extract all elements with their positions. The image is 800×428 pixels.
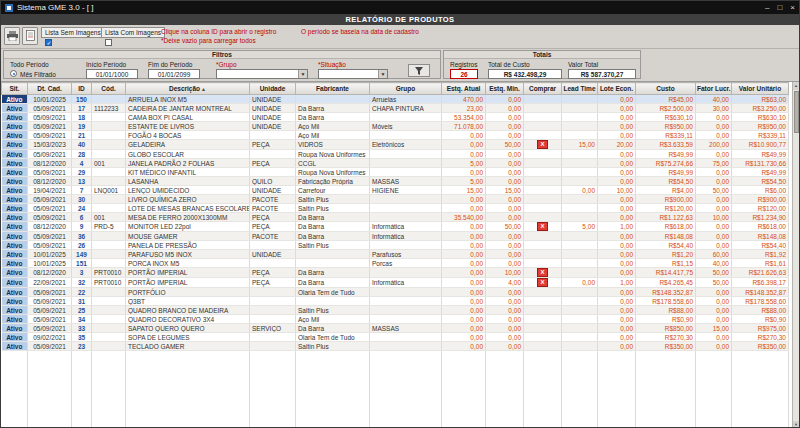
cell-lead-time — [562, 95, 598, 104]
sem-imagens-checkbox[interactable] — [45, 39, 52, 46]
vertical-scrollbar[interactable]: ▲ ▼ — [792, 82, 799, 428]
table-row[interactable]: Ativo05/09/2021171112233CADEIRA DE JANTA… — [2, 104, 789, 113]
column-header-lote-econ[interactable]: Lote Econ. — [598, 83, 636, 95]
cell-id[interactable]: 3 — [72, 268, 92, 278]
column-header-dt-cad[interactable]: Dt. Cad. — [28, 83, 72, 95]
grupo-select[interactable]: ▼ — [216, 69, 308, 79]
table-row[interactable]: Ativo05/09/202136MOUSE GAMERPACOTEDa Bar… — [2, 232, 789, 241]
inicio-periodo-field[interactable]: 01/01/1000 — [86, 69, 138, 79]
column-header-custo[interactable]: Custo — [636, 83, 696, 95]
cell-id[interactable]: 22 — [72, 288, 92, 297]
cell-id[interactable]: 6 — [72, 213, 92, 222]
table-row[interactable]: Ativo05/09/20216001MESA DE FERRO 2000X13… — [2, 213, 789, 222]
column-header-fator-lucr[interactable]: Fator Lucr. — [696, 83, 732, 95]
table-row[interactable]: Ativo08/12/202013LASANHAQUILOFabricação … — [2, 177, 789, 186]
close-button[interactable]: × — [790, 2, 795, 13]
table-row[interactable]: Ativo08/12/20209PRD-5MONITOR LED 22polPE… — [2, 222, 789, 232]
table-row[interactable]: Ativo19/04/20217LNQ001LENÇO UMIDECIDOUNI… — [2, 186, 789, 195]
fim-periodo-field[interactable]: 01/01/2099 — [148, 69, 200, 79]
table-row[interactable]: Ativo10/01/2025150ARRUELA INOX M5UNIDADE… — [2, 95, 789, 104]
column-header-estq-min[interactable]: Estq. Min. — [486, 83, 524, 95]
cell-id[interactable]: 17 — [72, 104, 92, 113]
print-button[interactable] — [4, 27, 20, 45]
table-row[interactable]: Ativo05/09/202129KIT MÉDICO INFANTILRoup… — [2, 168, 789, 177]
apply-filter-button[interactable] — [408, 64, 430, 77]
table-row[interactable]: Ativo05/09/202125QUADRO BRANCO DE MADEIR… — [2, 306, 789, 315]
cell-id[interactable]: 150 — [72, 95, 92, 104]
empty-cell — [524, 369, 562, 378]
cell-id[interactable]: 18 — [72, 113, 92, 122]
column-header-valor-unitario[interactable]: Valor Unitário — [732, 83, 789, 95]
cell-id[interactable]: 7 — [72, 186, 92, 195]
maximize-button[interactable]: □ — [777, 2, 782, 13]
table-row[interactable]: Ativo09/02/202135SOPA DE LEGUMESOlaria T… — [2, 333, 789, 342]
scrollbar-thumb[interactable] — [794, 91, 799, 133]
table-row[interactable]: Ativo10/01/2025151PORCA INOX M5Porcas0,0… — [2, 259, 789, 268]
table-row[interactable]: Ativo05/09/202128GLOBO ESCOLARRoupa Nova… — [2, 150, 789, 159]
column-header-grupo[interactable]: Grupo — [370, 83, 442, 95]
table-row[interactable]: Ativo08/12/20203PRT0010PORTÃO IMPERIALPE… — [2, 268, 789, 278]
table-row[interactable]: Ativo05/09/202118CAMA BOX PI CASALUNIDAD… — [2, 113, 789, 122]
chevron-down-icon[interactable]: ▼ — [298, 70, 307, 78]
todo-periodo-radio[interactable] — [10, 70, 17, 77]
column-header-comprar[interactable]: Comprar — [524, 83, 562, 95]
cell-id[interactable]: 13 — [72, 177, 92, 186]
table-row[interactable]: Ativo05/09/202121FOGÃO 4 BOCASAço Mil0,0… — [2, 131, 789, 140]
cell-id[interactable]: 35 — [72, 333, 92, 342]
cell-id[interactable]: 29 — [72, 168, 92, 177]
table-row[interactable]: Ativo05/09/202123TECLADO GAMERSaltin Plu… — [2, 342, 789, 351]
table-row[interactable]: Ativo10/01/2025149PARAFUSO M5 INOXUNIDAD… — [2, 250, 789, 259]
cell-id[interactable]: 19 — [72, 122, 92, 131]
table-row[interactable]: Ativo15/03/202340GELADEIRAPEÇAVIDROSElet… — [2, 140, 789, 150]
cell-id[interactable]: 9 — [72, 222, 92, 232]
empty-row — [2, 351, 789, 360]
cell-id[interactable]: 31 — [72, 297, 92, 306]
table-row[interactable]: Ativo05/09/202133SAPATO QUERO QUEROSERVI… — [2, 324, 789, 333]
lista-sem-imagens-toggle[interactable]: Lista Sem Imagens — [41, 27, 105, 38]
cell-id[interactable]: 26 — [72, 241, 92, 250]
cell-id[interactable]: 23 — [72, 342, 92, 351]
table-row[interactable]: Ativo05/09/202126PANELA DE PRESSÃOSaltin… — [2, 241, 789, 250]
cell-id[interactable]: 25 — [72, 306, 92, 315]
cell-id[interactable]: 151 — [72, 259, 92, 268]
cell-id[interactable]: 32 — [72, 278, 92, 288]
cell-id[interactable]: 4 — [72, 159, 92, 168]
cell-fabricante: Saltin Plus — [296, 195, 370, 204]
cell-id[interactable]: 40 — [72, 140, 92, 150]
cell-id[interactable]: 33 — [72, 324, 92, 333]
cell-estq-atual: 470,00 — [442, 95, 486, 104]
situacao-select[interactable]: ▼ — [318, 69, 388, 79]
cell-sit: Ativo — [2, 150, 28, 159]
table-row[interactable]: Ativo05/09/202119ESTANTE DE LIVROSUNIDAD… — [2, 122, 789, 131]
column-header-sit[interactable]: Sit. — [2, 83, 28, 95]
column-header-cod[interactable]: Cód. — [92, 83, 126, 95]
column-header-descricao[interactable]: Descrição▲ — [126, 83, 250, 95]
com-imagens-checkbox[interactable] — [105, 39, 112, 46]
scroll-down-icon[interactable]: ▼ — [793, 421, 799, 428]
column-header-fabricante[interactable]: Fabricante — [296, 83, 370, 95]
export-button[interactable] — [22, 27, 38, 45]
column-header-lead-time[interactable]: Lead Time — [562, 83, 598, 95]
cell-id[interactable]: 34 — [72, 315, 92, 324]
table-row[interactable]: Ativo05/09/202122PORTFÓLIOOlaria Tem de … — [2, 288, 789, 297]
minimize-button[interactable]: – — [765, 2, 769, 13]
table-row[interactable]: Ativo08/12/20204001JANELA PADRÃO 2 FOLHA… — [2, 159, 789, 168]
cell-id[interactable]: 149 — [72, 250, 92, 259]
cell-id[interactable]: 24 — [72, 204, 92, 213]
cell-id[interactable]: 21 — [72, 131, 92, 140]
column-header-id[interactable]: ID — [72, 83, 92, 95]
table-row[interactable]: Ativo05/09/202131Q3BT0,000,000,00R$178.5… — [2, 297, 789, 306]
table-row[interactable]: Ativo05/09/202134QUADRO DECORATIVO 3X4Aç… — [2, 315, 789, 324]
table-row[interactable]: Ativo05/09/202130LIVRO QUÍMICA ZEROPACOT… — [2, 195, 789, 204]
scroll-up-icon[interactable]: ▲ — [793, 82, 799, 90]
mes-filtrado-label[interactable]: Mês Filtrado — [20, 71, 56, 78]
cell-id[interactable]: 28 — [72, 150, 92, 159]
table-row[interactable]: Ativo05/09/202124LOTE DE MESAS BRANCAS E… — [2, 204, 789, 213]
lista-com-imagens-toggle[interactable]: Lista Com Imagens — [101, 27, 165, 38]
cell-id[interactable]: 36 — [72, 232, 92, 241]
chevron-down-icon[interactable]: ▼ — [378, 70, 387, 78]
cell-id[interactable]: 30 — [72, 195, 92, 204]
table-row[interactable]: Ativo22/09/202132PRT0010PORTÃO IMPERIALP… — [2, 278, 789, 288]
column-header-unidade[interactable]: Unidade — [250, 83, 296, 95]
column-header-estq-atual[interactable]: Estq. Atual — [442, 83, 486, 95]
